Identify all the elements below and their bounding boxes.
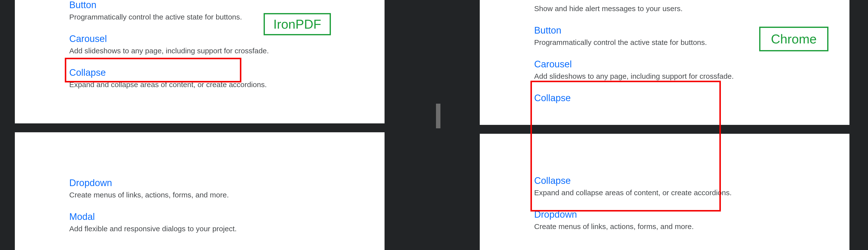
label-ironpdf: IronPDF <box>264 13 331 35</box>
entry-alert: Alert Show and hide alert messages to yo… <box>534 0 849 15</box>
entry-button: Button Programmatically control the acti… <box>69 0 384 24</box>
entry-carousel: Carousel Add slideshows to any page, inc… <box>534 57 849 83</box>
comparison-stage: Button Programmatically control the acti… <box>0 0 868 250</box>
entry-heading[interactable]: Carousel <box>534 58 849 70</box>
entry-heading[interactable]: Dropdown <box>69 177 384 189</box>
entry-dropdown: Dropdown Create menus of links, actions,… <box>69 175 384 202</box>
label-chrome: Chrome <box>759 27 829 51</box>
entry-carousel: Carousel Add slideshows to any page, inc… <box>69 31 384 58</box>
entry-heading[interactable]: Alert <box>534 0 849 3</box>
entry-heading[interactable]: Carousel <box>69 33 384 45</box>
entry-desc: Create menus of links, actions, forms, a… <box>534 221 849 232</box>
entry-modal: Modal Add flexible and responsive dialog… <box>69 209 384 236</box>
highlight-box-left <box>65 58 241 82</box>
entry-heading[interactable]: Button <box>69 0 384 11</box>
entry-desc: Add slideshows to any page, including su… <box>69 45 384 56</box>
entry-desc: Programmatically control the active stat… <box>69 11 384 23</box>
entry-desc: Add flexible and responsive dialogs to y… <box>69 223 384 234</box>
entry-desc: Show and hide alert messages to your use… <box>534 3 849 14</box>
entry-heading[interactable]: Modal <box>69 211 384 223</box>
ironpdf-page-2: Dropdown Create menus of links, actions,… <box>15 132 384 250</box>
entry-desc: Add slideshows to any page, including su… <box>534 71 849 82</box>
entry-desc: Create menus of links, actions, forms, a… <box>69 189 384 201</box>
highlight-box-right <box>530 81 721 212</box>
divider-handle[interactable] <box>436 104 440 128</box>
